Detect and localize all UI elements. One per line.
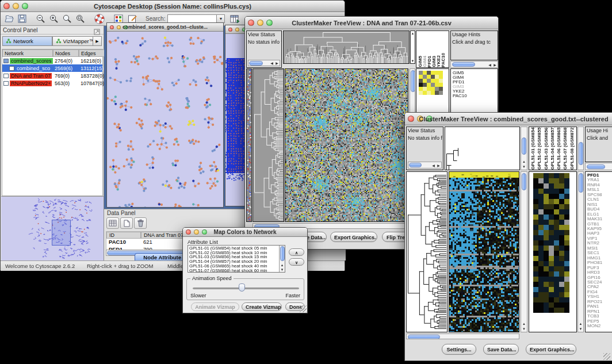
scrollbar-thumb[interactable] (587, 164, 605, 169)
scrollbar-thumb[interactable] (409, 163, 422, 167)
tv1-status-scrollbar[interactable]: ◀ ▶ (248, 60, 280, 66)
move-attribute-down-button[interactable]: ∨ (289, 258, 304, 266)
animation-slider-track[interactable] (193, 288, 299, 289)
tv2-zoom-vscrollbar[interactable]: ▲ ▼ (577, 171, 584, 332)
search-input[interactable] (167, 14, 217, 23)
open-file-icon[interactable] (4, 14, 14, 23)
table-mode-icon[interactable] (106, 217, 119, 229)
tv2-labels-vscrollbar[interactable] (577, 127, 584, 170)
create-vizmap-button[interactable]: Create Vizmap (242, 302, 282, 311)
animate-vizmap-button[interactable]: Animate Vizmap (191, 302, 239, 311)
treeview2-titlebar[interactable]: ClusterMaker TreeView : combined_scores_… (405, 113, 612, 125)
network-canvas-1[interactable] (107, 32, 223, 207)
scroll-left-icon[interactable]: ◀ (431, 163, 436, 168)
tv2-usage-scrollbar[interactable] (585, 163, 612, 170)
zoom-fit-icon[interactable] (62, 14, 72, 24)
new-attribute-icon[interactable] (120, 217, 133, 229)
control-panel-tab[interactable]: Network (2, 36, 52, 46)
attribute-list-item[interactable]: GPL51-07 (GSM868) heat shock 60 min (188, 269, 285, 273)
tv2-status-scrollbar[interactable]: ◀ ▶ (408, 162, 442, 168)
scroll-up-icon[interactable]: ▲ (280, 263, 285, 267)
delete-attribute-icon[interactable] (134, 217, 147, 229)
network-overview[interactable] (1, 196, 104, 260)
scrollbar-thumb[interactable] (522, 137, 526, 155)
tv1-global-strip[interactable] (246, 68, 252, 222)
matrix-cell (435, 79, 439, 83)
tv2-global-heatmap[interactable] (449, 171, 519, 332)
tv2-top-vscrollbar[interactable]: ▲ ▼ (521, 127, 527, 170)
column-label[interactable]: GPL51-02 (GSM855) (537, 127, 544, 170)
scroll-left-icon[interactable]: ◀ (269, 61, 274, 66)
scroll-up-icon[interactable]: ▲ (578, 321, 583, 326)
scrollbar-thumb[interactable] (579, 173, 583, 193)
main-titlebar[interactable]: Cytoscape Desktop (Session Name: collins… (1, 1, 345, 12)
scrollbar-thumb[interactable] (280, 246, 285, 261)
zoom-selected-icon[interactable] (75, 14, 85, 24)
tv1-gene-dendrogram[interactable] (253, 68, 284, 222)
scrollbar-thumb[interactable] (452, 62, 475, 67)
scroll-up-icon[interactable]: ▲ (522, 321, 527, 326)
resize-grip[interactable] (603, 353, 610, 360)
scroll-down-icon[interactable]: ▼ (280, 267, 285, 272)
search-dropdown-arrow[interactable]: ▼ (217, 14, 225, 23)
scroll-right-icon[interactable]: ▶ (492, 63, 498, 67)
network-table-row[interactable]: RNAPuberNov2+ 563(0) 107847(0) (2, 79, 102, 87)
tv1-usage-scrollbar[interactable]: ◀ ▶ (450, 61, 498, 68)
scroll-up-icon[interactable]: ▲ (410, 31, 415, 36)
scroll-right-icon[interactable]: ▶ (274, 61, 280, 66)
scroll-down-icon[interactable]: ▼ (578, 327, 583, 331)
tv2-column-dendrogram[interactable] (445, 127, 520, 170)
scrollbar-thumb[interactable] (408, 335, 440, 339)
scroll-left-icon[interactable]: ◀ (487, 63, 492, 67)
scroll-up-icon[interactable]: ▲ (522, 159, 527, 164)
column-label[interactable]: GPL51-08 (GSM872) (570, 127, 576, 170)
tv2-gene-dendrogram[interactable] (406, 171, 447, 332)
column-label[interactable]: GPL51-03 (GSM856) (544, 127, 550, 170)
tv1-zoom-matrix[interactable] (419, 71, 443, 95)
tv1-column-dendrogram[interactable] (283, 30, 410, 64)
scroll-right-icon[interactable]: ▶ (436, 163, 441, 168)
tv2-zoom-view[interactable] (529, 171, 577, 332)
save-icon[interactable] (18, 14, 26, 23)
network-table-row[interactable]: combined_sco 2569(6) 13112(15) (2, 64, 102, 72)
attribute-list-scrollbar[interactable]: ▲ ▼ (279, 246, 285, 272)
tv2-heatmap-hscrollbar[interactable] (406, 334, 519, 339)
zoom-in-icon[interactable] (49, 14, 59, 24)
scroll-down-icon[interactable]: ▼ (522, 164, 527, 169)
resize-grip[interactable] (300, 305, 307, 312)
scrollbar-thumb[interactable] (522, 173, 526, 190)
column-label[interactable]: GPL51-07 (GSM868) (563, 127, 569, 170)
zoom-out-icon[interactable] (36, 14, 45, 24)
scrollbar-thumb[interactable] (579, 142, 583, 165)
network-window-1-titlebar[interactable]: combined_scores_good.txt--cluste... (107, 23, 223, 32)
scroll-down-icon[interactable]: ▼ (410, 59, 415, 63)
network-icon (3, 74, 9, 78)
desktop: Cytoscape Desktop (Session Name: collins… (0, 0, 612, 364)
close-button[interactable] (228, 28, 232, 32)
scrollbar-thumb[interactable] (249, 61, 263, 66)
matrix-cell (439, 83, 443, 87)
network-table-row[interactable]: combined_scores 2764(0) 16218(0) (2, 57, 102, 64)
tv2-heatmap-vscrollbar[interactable]: ▲ ▼ (521, 171, 527, 332)
network-table-row[interactable]: DNA and Tran 07 769(0) 183728(0) (2, 72, 102, 79)
gene-label[interactable]: PAC10 (451, 94, 498, 98)
help-lifesaver-icon[interactable] (94, 14, 105, 24)
tv2-save-data-button[interactable]: Save Data... (483, 344, 519, 355)
tv2-settings-button[interactable]: Settings... (442, 344, 476, 355)
treeview1-titlebar[interactable]: ClusterMaker TreeView : DNA and Tran 07-… (245, 17, 498, 29)
minimize-button[interactable] (235, 28, 239, 32)
overview-selection-rect[interactable] (52, 220, 71, 246)
scrollbar-thumb[interactable] (411, 70, 415, 92)
scroll-down-icon[interactable]: ▼ (522, 327, 527, 331)
move-attribute-up-button[interactable]: ∧ (289, 248, 304, 256)
column-label[interactable]: PAC10 (441, 53, 446, 67)
gene-label[interactable]: MON2 (586, 324, 612, 328)
dialog-titlebar[interactable]: Map Colors to Network (183, 228, 307, 237)
tv1-global-heatmap[interactable] (285, 68, 408, 222)
animation-slider-thumb[interactable] (239, 283, 245, 292)
tv1-export-graphics-button[interactable]: Export Graphics... (330, 232, 377, 242)
import-table-icon[interactable] (230, 14, 240, 24)
tv1-column-scroll-strip[interactable]: ▲ ▼ (410, 30, 415, 64)
tab-overflow-arrow[interactable]: ▶ (93, 36, 102, 46)
tv2-export-graphics-button[interactable]: Export Graphics... (526, 344, 576, 355)
